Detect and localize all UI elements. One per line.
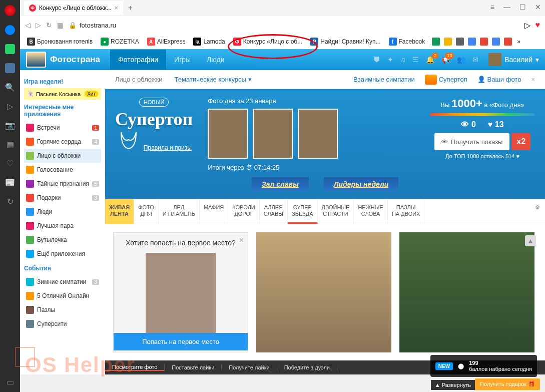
reload-button[interactable]: ↻ xyxy=(46,21,52,29)
sidebar-item[interactable]: Ещё приложения xyxy=(24,247,101,261)
sidebar-item[interactable]: Подарки3 xyxy=(24,191,101,205)
sidebar-item[interactable]: Встречи1 xyxy=(24,121,101,135)
contest-tab[interactable]: МАФИЯ xyxy=(200,199,228,224)
news-icon[interactable]: 📰 xyxy=(5,177,15,187)
bookmark-item[interactable]: laLamoda xyxy=(190,36,228,47)
bottom-tab[interactable]: Победите в дуэли xyxy=(277,364,337,370)
browser-tab[interactable]: Ф Конкурс «Лицо с обложк... × xyxy=(24,1,123,15)
close-window-button[interactable]: ✕ xyxy=(535,3,541,11)
music-icon[interactable]: ♫ xyxy=(400,56,406,64)
ribbon-hall[interactable]: Зал славы xyxy=(252,177,309,191)
sidebar-item[interactable]: Суперсити xyxy=(24,317,101,331)
sidebar-item[interactable]: Люди xyxy=(24,205,101,219)
bookmark-icon[interactable] xyxy=(468,38,476,46)
speed-dial-button[interactable]: ▦ xyxy=(57,21,64,29)
subnav-yourphoto[interactable]: 👤 Ваши фото xyxy=(477,76,521,83)
bookmark-item[interactable]: fFacebook xyxy=(386,36,428,47)
nav-Игры[interactable]: Игры xyxy=(166,50,199,70)
subnav-face[interactable]: Лицо с обложки xyxy=(115,76,163,83)
promo-button[interactable]: Попасть на первое место xyxy=(114,333,248,350)
forward-button[interactable]: ▷ xyxy=(36,21,41,29)
sidebar-item[interactable]: Зимние симпатии3 xyxy=(24,275,101,289)
bookmark-icon[interactable] xyxy=(480,38,488,46)
new-tab-button[interactable]: + xyxy=(128,4,133,13)
back-button[interactable]: ◁ xyxy=(25,21,31,29)
contest-tab[interactable]: НЕЖНЫЕСЛОВА xyxy=(354,199,387,224)
expand-icon[interactable]: ▭ xyxy=(5,377,15,387)
day-photo[interactable] xyxy=(208,109,248,159)
bookmark-item[interactable]: BБронювання готелів xyxy=(24,36,96,47)
contest-tab[interactable]: ЖИВАЯЛЕНТА xyxy=(105,199,134,224)
expand-button[interactable]: ▲ Развернуть xyxy=(431,380,475,390)
bottom-tab[interactable]: Посмотрите фото xyxy=(105,364,165,371)
contest-tab[interactable]: ЛЕДИ ПЛАМЕНЬ xyxy=(159,199,200,224)
ribbon-leaders[interactable]: Лидеры недели xyxy=(324,177,398,191)
bookmark-icon[interactable] xyxy=(492,38,500,46)
get-views-button[interactable]: 👁 Получить показы xyxy=(434,133,509,150)
nav-Люди[interactable]: Люди xyxy=(199,50,232,70)
bookmark-item[interactable]: AAliExpress xyxy=(144,36,189,47)
bookmark-item[interactable]: ФКонкурс «Лицо с об... xyxy=(230,36,305,47)
search-icon[interactable]: 🔍 xyxy=(5,82,15,92)
bookmark-icon[interactable] xyxy=(444,38,452,46)
subnav-supertop[interactable]: Супертоп xyxy=(425,75,467,85)
list-icon[interactable]: ☰ xyxy=(412,56,419,64)
url-field[interactable]: 🔒 fotostrana.ru xyxy=(69,22,519,29)
gear-icon[interactable]: ⚙ xyxy=(530,199,545,224)
bottom-tab[interactable]: Поставьте лайки xyxy=(165,364,222,370)
sidebar-item[interactable]: Лучшая пара xyxy=(24,219,101,233)
people-icon[interactable]: 👥 xyxy=(457,56,465,64)
maximize-button[interactable]: ☐ xyxy=(519,3,526,11)
sidebar-item[interactable]: Пазлы xyxy=(24,303,101,317)
bookmark-item[interactable]: PНайди! Сравни! Куп... xyxy=(307,36,383,47)
contest-tab[interactable]: ФОТОДНЯ xyxy=(134,199,159,224)
whatsapp-icon[interactable] xyxy=(5,44,15,54)
close-icon[interactable]: × xyxy=(239,236,244,245)
contest-tab[interactable]: АЛЛЕЯСЛАВЫ xyxy=(260,199,288,224)
sidebar-item[interactable]: Горячие сердца4 xyxy=(24,135,101,149)
bell-icon[interactable]: 🔔2 xyxy=(426,56,434,64)
sidebar-item[interactable]: 5 Отличий Онлайн xyxy=(24,289,101,303)
nav-Фотографии[interactable]: Фотографии xyxy=(110,50,166,70)
contest-tab[interactable]: ПАЗЛЫНА ДВОИХ xyxy=(388,199,425,224)
history-icon[interactable]: ↻ xyxy=(5,196,15,206)
grid-icon[interactable]: ▦ xyxy=(5,139,15,149)
bookmark-icon[interactable] xyxy=(456,38,464,46)
contest-tab[interactable]: ДВОЙНЫЕСТРАСТИ xyxy=(318,199,354,224)
game-week-item[interactable]: 🃏 Пасьянс Косынка Хит xyxy=(24,88,101,100)
close-icon[interactable]: × xyxy=(531,76,535,83)
shield-icon[interactable]: ⛊ xyxy=(373,56,380,64)
site-logo[interactable]: Фотострана xyxy=(26,52,100,68)
compass-icon[interactable]: ✦ xyxy=(387,56,393,64)
scroll-up-button[interactable]: ▲ xyxy=(525,235,536,246)
minimize-button[interactable]: — xyxy=(503,3,510,11)
contest-tab[interactable]: КОРОЛИДОРОГ xyxy=(228,199,260,224)
megaphone-icon[interactable]: 📢13 xyxy=(441,56,450,64)
sidebar-item[interactable]: Бутылочка xyxy=(24,233,101,247)
subnav-mutual[interactable]: Взаимные симпатии xyxy=(353,76,415,83)
sidebar-item[interactable]: Лицо с обложки xyxy=(24,149,101,163)
sidebar-item[interactable]: Голосование xyxy=(24,163,101,177)
more-bookmarks-button[interactable]: » xyxy=(517,38,520,45)
bookmark-icon[interactable] xyxy=(504,38,512,46)
feed-photo[interactable] xyxy=(399,232,534,352)
user-menu[interactable]: Василий ▾ xyxy=(488,53,539,66)
mail-icon[interactable]: ✉ xyxy=(472,56,478,64)
camera-icon[interactable]: 📷 xyxy=(5,120,15,130)
vk-icon[interactable] xyxy=(5,63,15,73)
bookmark-icon[interactable] xyxy=(432,38,440,46)
send-icon[interactable]: ▷ xyxy=(5,101,15,111)
subnav-contests[interactable]: Тематические конкурсы ▾ xyxy=(175,76,252,83)
messenger-icon[interactable] xyxy=(5,25,15,35)
day-photo[interactable] xyxy=(253,109,293,159)
heart-outline-icon[interactable]: ♡ xyxy=(5,158,15,168)
bookmark-heart-icon[interactable]: ♥ xyxy=(535,21,540,30)
rules-link[interactable]: Правила и призы xyxy=(144,144,192,151)
menu-icon[interactable]: ≡ xyxy=(490,3,494,11)
bottom-tab[interactable]: Получите лайки xyxy=(222,364,277,370)
sidebar-item[interactable]: Тайные признания5 xyxy=(24,177,101,191)
feed-photo[interactable] xyxy=(256,232,391,352)
gift-button[interactable]: Получить подарок 🎁 xyxy=(475,378,540,390)
tab-close-icon[interactable]: × xyxy=(115,5,118,12)
opera-logo-icon[interactable] xyxy=(5,5,16,16)
